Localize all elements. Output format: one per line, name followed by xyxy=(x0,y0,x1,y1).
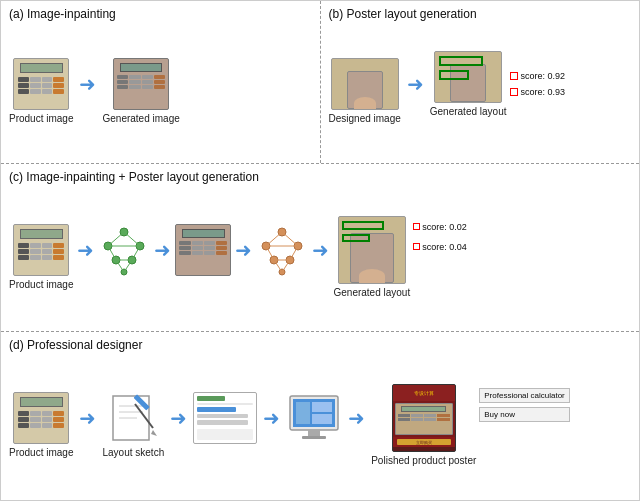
calc-btn xyxy=(18,255,29,260)
section-c-layout: Generated layout xyxy=(333,216,410,298)
sketch-icon xyxy=(105,392,161,444)
section-a: (a) Image-inpainting xyxy=(1,1,321,163)
section-d-title: (d) Professional designer xyxy=(9,338,631,352)
section-c-title: (c) Image-inpainting + Poster layout gen… xyxy=(9,170,631,184)
svg-line-9 xyxy=(132,246,140,260)
calc-btn xyxy=(30,423,41,428)
calc-btn xyxy=(30,411,41,416)
calc-btn xyxy=(53,249,64,254)
callout-professional: Professional calculator xyxy=(479,388,569,403)
calc-btn xyxy=(42,411,53,416)
calc-buttons-a1 xyxy=(14,75,68,96)
svg-marker-33 xyxy=(151,430,157,436)
network-svg-2 xyxy=(256,224,308,276)
section-d-monitor xyxy=(286,392,342,458)
section-d-img1: Product image xyxy=(9,392,73,458)
section-a-images: Product image ➜ xyxy=(9,25,312,157)
calc-btn xyxy=(42,243,53,248)
arrow-d1: ➜ xyxy=(79,406,96,444)
svg-line-6 xyxy=(108,232,124,246)
section-b-img2: Generated layout xyxy=(430,51,507,117)
calc-btn xyxy=(53,83,64,88)
section-d-poster: 专设计算 xyxy=(371,384,476,466)
arrow-a: ➜ xyxy=(79,72,96,110)
arrow-c4: ➜ xyxy=(312,238,329,276)
section-a-img1: Product image xyxy=(9,58,73,124)
calc-btn xyxy=(42,423,53,428)
section-b-label1: Designed image xyxy=(329,113,401,124)
calc-btn xyxy=(30,255,41,260)
sketch-bar-blue xyxy=(197,407,236,412)
section-c-network2 xyxy=(256,224,308,290)
section-d-label1: Product image xyxy=(9,447,73,458)
calc-product-a xyxy=(13,58,69,110)
poster-title-text: 专设计算 xyxy=(414,390,434,396)
section-a-label2: Generated image xyxy=(102,113,179,124)
section-a-img2: Generated image xyxy=(102,58,179,124)
calc-btn xyxy=(30,243,41,248)
calc-btn xyxy=(53,89,64,94)
svg-rect-38 xyxy=(302,436,326,439)
svg-line-7 xyxy=(124,232,140,246)
layout-sketch-box xyxy=(193,392,257,444)
monitor-icon xyxy=(286,392,342,444)
section-b-label2: Generated layout xyxy=(430,106,507,117)
sketch-bar-gray2 xyxy=(197,420,247,425)
calc-buttons-c1 xyxy=(14,241,68,262)
section-b-images: Designed image ➜ Generated layout xyxy=(329,25,632,157)
network-svg xyxy=(98,224,150,276)
section-d-sketch: Layout sketch xyxy=(102,392,164,458)
calc-btn xyxy=(18,249,29,254)
arrow-d2: ➜ xyxy=(170,406,187,444)
calc-btn xyxy=(18,417,29,422)
svg-rect-39 xyxy=(296,402,310,424)
section-d-layout-sketch xyxy=(193,392,257,458)
arrow-b: ➜ xyxy=(407,72,424,110)
section-d-label3: Polished product poster xyxy=(371,455,476,466)
svg-line-8 xyxy=(108,246,116,260)
arrow-c2: ➜ xyxy=(154,238,171,276)
svg-rect-40 xyxy=(312,402,332,412)
sketch-bar-green xyxy=(197,396,225,401)
calc-btn xyxy=(53,243,64,248)
calc-btn xyxy=(18,89,29,94)
section-b-img1: Designed image xyxy=(329,58,401,124)
calc-btn xyxy=(53,411,64,416)
calc-buttons-d1 xyxy=(14,409,68,430)
calc-btn xyxy=(42,83,53,88)
section-c-label1: Product image xyxy=(9,279,73,290)
section-c-img2 xyxy=(175,224,231,290)
section-c: (c) Image-inpainting + Poster layout gen… xyxy=(1,164,639,332)
section-a-label1: Product image xyxy=(9,113,73,124)
calc-screen-c1 xyxy=(20,229,63,239)
calc-btn xyxy=(18,243,29,248)
section-a-title: (a) Image-inpainting xyxy=(9,7,312,21)
calc-screen-a1 xyxy=(20,63,63,73)
arrow-c1: ➜ xyxy=(77,238,94,276)
calc-btn xyxy=(53,417,64,422)
calc-btn xyxy=(18,411,29,416)
calc-btn xyxy=(30,417,41,422)
calc-btn xyxy=(42,255,53,260)
section-c-images: Product image ➜ xyxy=(9,188,631,325)
calc-btn xyxy=(53,77,64,82)
calc-btn xyxy=(53,255,64,260)
calc-btn xyxy=(30,77,41,82)
calc-btn xyxy=(42,77,53,82)
calc-btn xyxy=(53,423,64,428)
section-d-images: Product image ➜ Layout sketch xyxy=(9,356,631,494)
row-ab: (a) Image-inpainting xyxy=(1,1,639,164)
polished-poster-img: 专设计算 xyxy=(392,384,456,452)
callout-buynow: Buy now xyxy=(479,407,569,422)
arrow-c3: ➜ xyxy=(235,238,252,276)
section-b-title: (b) Poster layout generation xyxy=(329,7,632,21)
calc-btn xyxy=(42,417,53,422)
arrow-d4: ➜ xyxy=(348,406,365,444)
score-c2: score: 0.04 xyxy=(422,242,467,252)
section-c-label3: Generated layout xyxy=(333,287,410,298)
svg-line-22 xyxy=(266,246,274,260)
calc-btn xyxy=(18,77,29,82)
score-c1: score: 0.02 xyxy=(422,222,467,232)
svg-line-23 xyxy=(290,246,298,260)
svg-rect-37 xyxy=(308,430,320,436)
